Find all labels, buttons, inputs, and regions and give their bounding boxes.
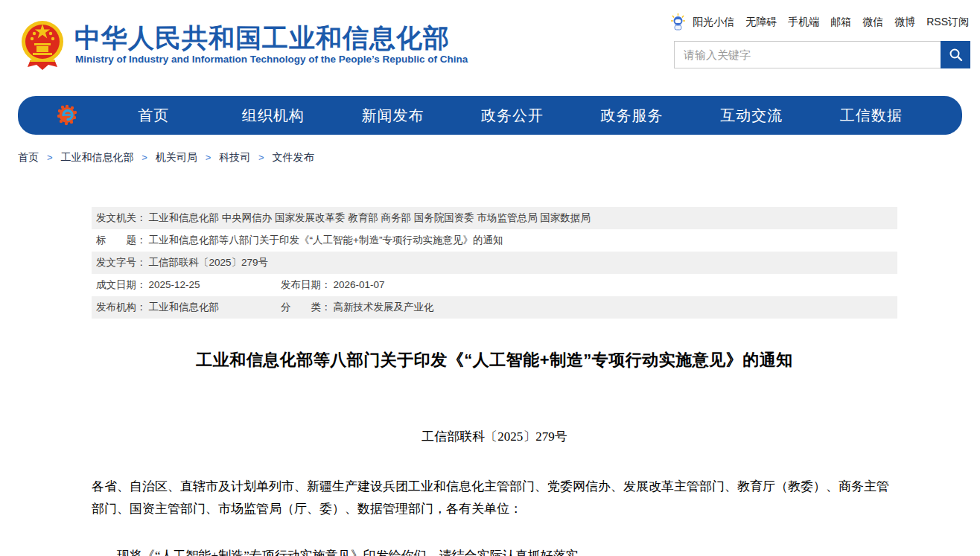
- breadcrumb-separator: >: [206, 152, 211, 163]
- meta-value: 2025-12-25: [149, 279, 200, 290]
- breadcrumb-science-tech-dept[interactable]: 科技司: [219, 151, 250, 163]
- meta-value: 工业和信息化部: [149, 301, 220, 313]
- search-icon: [949, 48, 963, 62]
- document-number: 工信部联科〔2025〕279号: [92, 428, 897, 445]
- document-content: 发文机关：工业和信息化部 中央网信办 国家发展改革委 教育部 商务部 国务院国资…: [92, 207, 897, 556]
- quick-link-wechat[interactable]: 微信: [862, 16, 883, 29]
- breadcrumb-home[interactable]: 首页: [18, 151, 39, 163]
- meta-value: 工业和信息化部 中央网信办 国家发展改革委 教育部 商务部 国务院国资委 市场监…: [149, 212, 591, 223]
- nav-item-miit-data[interactable]: 工信数据: [811, 106, 931, 126]
- breadcrumb-separator: >: [141, 152, 147, 163]
- meta-label: 发布机构：: [96, 301, 147, 313]
- gear-e-logo-icon: [57, 103, 80, 128]
- meta-row-title: 标 题：工业和信息化部等八部门关于印发《“人工智能+制造”专项行动实施意见》的通…: [92, 229, 897, 252]
- document-paragraph-addressees: 各省、自治区、直辖市及计划单列市、新疆生产建设兵团工业和信息化主管部门、党委网信…: [92, 476, 897, 520]
- meta-row-publisher-category: 发布机构：工业和信息化部 分 类：高新技术发展及产业化: [92, 296, 897, 319]
- search-bar: [674, 41, 970, 68]
- meta-cell: 发布日期：2026-01-07: [281, 278, 385, 292]
- breadcrumb-miit[interactable]: 工业和信息化部: [60, 151, 133, 163]
- meta-label: 发文字号：: [96, 257, 147, 268]
- meta-label: 分 类：: [281, 301, 331, 313]
- meta-cell: 发文字号：工信部联科〔2025〕279号: [96, 256, 268, 269]
- quick-link-weibo[interactable]: 微博: [894, 16, 915, 29]
- meta-label: 发文机关：: [96, 212, 147, 223]
- meta-label: 发布日期：: [281, 279, 331, 290]
- meta-value: 工业和信息化部等八部门关于印发《“人工智能+制造”专项行动实施意见》的通知: [149, 234, 503, 246]
- meta-cell: 发文机关：工业和信息化部 中央网信办 国家发展改革委 教育部 商务部 国务院国资…: [96, 211, 591, 225]
- nav-item-gov-disclosure[interactable]: 政务公开: [453, 106, 573, 126]
- meta-value: 2026-01-07: [334, 279, 385, 290]
- nav-item-interaction[interactable]: 互动交流: [692, 106, 812, 126]
- quick-link-mail[interactable]: 邮箱: [830, 16, 851, 29]
- meta-row-dates: 成文日期：2025-12-25 发布日期：2026-01-07: [92, 274, 897, 296]
- meta-cell: 发布机构：工业和信息化部: [96, 301, 281, 314]
- header-quick-links: 阳光小信 无障碍 手机端 邮箱 微信 微博 RSS订阅: [670, 13, 969, 31]
- meta-value: 工信部联科〔2025〕279号: [149, 257, 269, 268]
- site-subtitle: Ministry of Industry and Information Tec…: [75, 54, 468, 65]
- nav-item-gov-services[interactable]: 政务服务: [572, 106, 692, 126]
- breadcrumb-document-release[interactable]: 文件发布: [273, 151, 314, 163]
- search-input[interactable]: [675, 42, 941, 68]
- document-paragraph-directive: 现将《“人工智能+制造”专项行动实施意见》印发给你们，请结合实际认真抓好落实。: [92, 545, 897, 556]
- quick-link-rss[interactable]: RSS订阅: [926, 16, 969, 29]
- site-header: 中华人民共和国工业和信息化部 Ministry of Industry and …: [0, 0, 980, 86]
- meta-value: 高新技术发展及产业化: [334, 301, 434, 313]
- meta-cell: 成文日期：2025-12-25: [96, 278, 281, 292]
- sunshine-mascot-icon: [670, 13, 686, 31]
- quick-link-sunshine[interactable]: 阳光小信: [693, 16, 734, 29]
- breadcrumb-separator: >: [258, 152, 264, 163]
- main-nav: 首页 组织机构 新闻发布 政务公开 政务服务 互动交流 工信数据: [18, 96, 962, 135]
- nav-item-news[interactable]: 新闻发布: [333, 106, 453, 126]
- meta-label: 标 题：: [96, 234, 147, 246]
- document-meta-table: 发文机关：工业和信息化部 中央网信办 国家发展改革委 教育部 商务部 国务院国资…: [92, 207, 897, 319]
- national-emblem-logo: [20, 18, 65, 71]
- meta-row-issuing-agency: 发文机关：工业和信息化部 中央网信办 国家发展改革委 教育部 商务部 国务院国资…: [92, 207, 897, 229]
- breadcrumb: 首页 > 工业和信息化部 > 机关司局 > 科技司 > 文件发布: [18, 151, 980, 164]
- meta-label: 成文日期：: [96, 279, 147, 290]
- breadcrumb-departments[interactable]: 机关司局: [156, 151, 197, 163]
- document-body: 各省、自治区、直辖市及计划单列市、新疆生产建设兵团工业和信息化主管部门、党委网信…: [92, 476, 897, 556]
- site-title: 中华人民共和国工业和信息化部: [74, 21, 450, 56]
- quick-link-mobile[interactable]: 手机端: [788, 16, 819, 29]
- document-title: 工业和信息化部等八部门关于印发《“人工智能+制造”专项行动实施意见》的通知: [92, 349, 897, 371]
- meta-row-doc-number: 发文字号：工信部联科〔2025〕279号: [92, 252, 897, 274]
- meta-cell: 标 题：工业和信息化部等八部门关于印发《“人工智能+制造”专项行动实施意见》的通…: [96, 234, 503, 247]
- search-button[interactable]: [941, 41, 970, 68]
- meta-cell: 分 类：高新技术发展及产业化: [281, 301, 434, 314]
- nav-item-home[interactable]: 首页: [94, 106, 214, 126]
- nav-item-organization[interactable]: 组织机构: [214, 106, 334, 126]
- quick-link-accessibility[interactable]: 无障碍: [745, 16, 777, 29]
- breadcrumb-separator: >: [47, 152, 53, 163]
